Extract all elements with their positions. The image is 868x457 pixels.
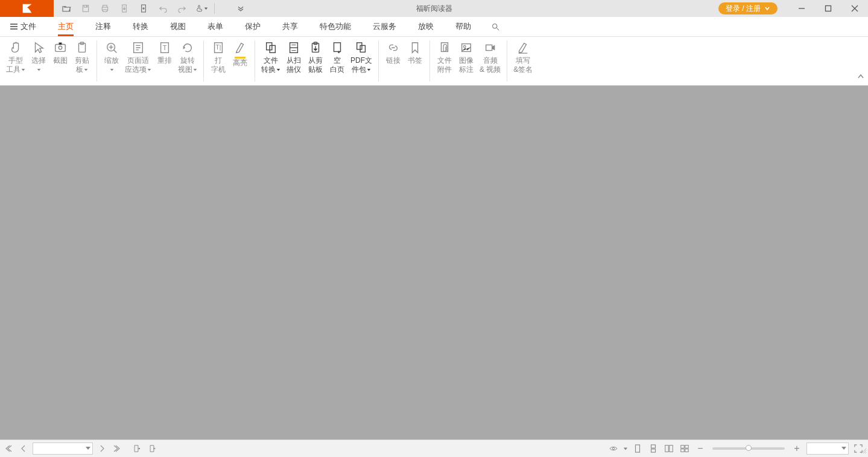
bookmark-icon (408, 40, 422, 55)
last-page-button[interactable] (111, 443, 122, 454)
svg-rect-27 (651, 449, 656, 452)
ribbon-snapshot-button[interactable]: 截图 (49, 40, 71, 65)
minimize-icon (798, 5, 805, 12)
resize-grip[interactable] (861, 447, 867, 456)
scanner-icon (287, 40, 301, 55)
view-continuous-button[interactable] (647, 443, 659, 455)
zoom-in-button[interactable]: + (791, 443, 803, 455)
tab-0[interactable]: 主页 (47, 17, 84, 36)
document-workspace (0, 86, 868, 439)
first-page-icon (5, 445, 13, 452)
chevron-up-icon (857, 73, 864, 80)
redo-button[interactable] (176, 2, 189, 15)
ribbon-clipboard-button[interactable]: 剪贴板 (71, 40, 93, 74)
print-button[interactable] (98, 2, 112, 15)
ribbon-fromclip-button[interactable]: 从剪贴板 (305, 40, 326, 74)
view-eye-button[interactable] (607, 443, 619, 455)
view-facing-continuous-button[interactable] (679, 443, 691, 455)
folder-open-icon (62, 4, 71, 13)
undo-button[interactable] (156, 2, 169, 15)
tab-6[interactable]: 共享 (271, 17, 309, 36)
tab-9[interactable]: 放映 (407, 17, 445, 36)
ribbon-convert-button[interactable]: 文件转换 (259, 40, 283, 74)
ribbon-fillsign-button[interactable]: 填写&签名 (511, 40, 535, 74)
ribbon-portfolio-button[interactable]: PDF文件包 (348, 40, 375, 74)
file-menu-button[interactable]: 文件 (5, 17, 41, 36)
single-page-icon (633, 444, 642, 453)
zoom-level-input[interactable] (806, 443, 849, 455)
ribbon-bookmark-button[interactable]: 书签 (404, 40, 426, 65)
zoom-icon (104, 40, 119, 55)
close-icon (851, 5, 858, 12)
tab-8[interactable]: 云服务 (362, 17, 407, 36)
ribbon-link-button[interactable]: 链接 (382, 40, 404, 65)
page-out-button[interactable] (130, 443, 142, 455)
open-file-button[interactable] (60, 2, 73, 15)
snapshot-label: 截图 (53, 56, 68, 65)
status-right: − + (607, 443, 864, 455)
collapse-ribbon-button[interactable] (857, 72, 864, 83)
login-label: 登录 / 注册 (726, 4, 761, 14)
portfolio-icon (354, 40, 369, 55)
tab-1[interactable]: 注释 (84, 17, 122, 36)
minimize-button[interactable] (788, 0, 815, 17)
zoom-thumb[interactable] (746, 445, 752, 451)
svg-rect-30 (681, 446, 684, 449)
ribbon-av-button[interactable]: 音频& 视频 (477, 40, 503, 74)
hand-icon (8, 40, 23, 55)
maximize-button[interactable] (815, 0, 841, 17)
app-logo[interactable] (0, 0, 54, 17)
tab-4[interactable]: 表单 (197, 17, 234, 36)
svg-text:T: T (163, 44, 167, 51)
view-facing-button[interactable] (663, 443, 675, 455)
file-label: 文件 (21, 21, 36, 32)
ribbon-typewriter-button[interactable]: T|打字机 (207, 40, 229, 74)
undo-icon (158, 4, 168, 13)
svg-point-22 (463, 45, 466, 48)
ribbon-reflow-button[interactable]: T重排 (154, 40, 176, 65)
new-page-button[interactable] (137, 2, 150, 15)
zoom-slider[interactable] (712, 447, 785, 450)
select-label: 选择 (31, 56, 46, 74)
ribbon-highlight-button[interactable]: 高亮 (229, 40, 251, 68)
tabs: 主页注释转换视图表单保护共享特色功能云服务放映帮助 (47, 17, 482, 36)
customize-qat-button[interactable] (234, 2, 247, 15)
save-button[interactable] (79, 2, 92, 15)
close-button[interactable] (841, 0, 868, 17)
blank-icon (330, 40, 344, 55)
export-arrow-button[interactable] (118, 2, 131, 15)
tab-2[interactable]: 转换 (122, 17, 159, 36)
snapshot-icon (53, 40, 68, 55)
ribbon-blank-button[interactable]: 空白页 (326, 40, 348, 74)
tab-3[interactable]: 视图 (159, 17, 197, 36)
zoom-dropdown[interactable] (841, 444, 847, 453)
typewriter-icon: T| (211, 40, 226, 55)
ribbon-hand-button[interactable]: 手型工具 (4, 40, 28, 74)
ribbon-zoom-button[interactable]: 缩放 (101, 40, 122, 74)
typewriter-label: 打字机 (211, 56, 226, 74)
touch-mode-button[interactable] (195, 2, 208, 15)
ribbon-scanner-button[interactable]: 从扫描仪 (283, 40, 305, 74)
page-number-input[interactable] (33, 443, 93, 455)
prev-page-button[interactable] (18, 443, 29, 454)
tab-10[interactable]: 帮助 (445, 17, 482, 36)
first-page-button[interactable] (4, 443, 14, 454)
tab-5[interactable]: 保护 (234, 17, 271, 36)
page-out-icon (119, 4, 129, 13)
caret-down-icon (841, 445, 847, 451)
save-icon (81, 4, 90, 13)
login-register-button[interactable]: 登录 / 注册 (718, 2, 778, 14)
ribbon-attach-button[interactable]: 文件附件 (434, 40, 455, 74)
ribbon-rotate-button[interactable]: 旋转视图 (176, 40, 200, 74)
search-button[interactable] (487, 18, 504, 35)
ribbon-select-button[interactable]: 选择 (28, 40, 49, 74)
tab-7[interactable]: 特色功能 (309, 17, 362, 36)
ribbon-fit-button[interactable]: 页面适应选项 (122, 40, 154, 74)
hand-label: 手型工具 (6, 56, 25, 74)
zoom-out-button[interactable]: − (694, 443, 706, 455)
view-single-page-button[interactable] (632, 443, 644, 455)
next-page-button[interactable] (97, 443, 107, 454)
page-dropdown[interactable] (85, 444, 91, 453)
page-in-button[interactable] (146, 443, 158, 455)
ribbon-imgannot-button[interactable]: 图像标注 (455, 40, 477, 74)
